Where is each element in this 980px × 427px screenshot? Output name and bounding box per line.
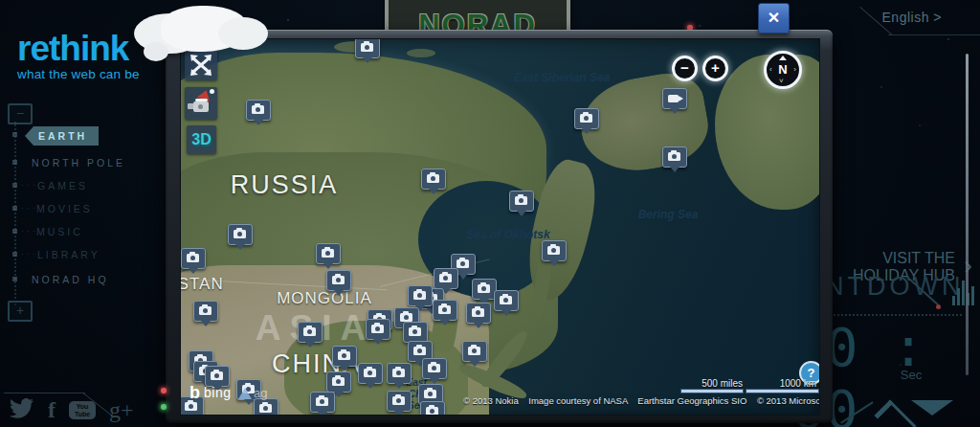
photo-marker[interactable]: [462, 341, 487, 362]
photo-marker[interactable]: [246, 100, 271, 121]
camera-icon: [478, 284, 490, 293]
photo-marker[interactable]: [326, 270, 351, 291]
photo-marker[interactable]: [387, 363, 412, 384]
sidebar-item-movies[interactable]: MOVIES: [36, 203, 93, 214]
photo-marker[interactable]: [355, 38, 380, 58]
compass-right-arrow[interactable]: ›: [793, 66, 796, 74]
camera-icon: [439, 274, 452, 282]
sidebar-bullet: [12, 206, 17, 211]
camera-icon: [668, 95, 679, 102]
photo-marker[interactable]: [509, 191, 534, 212]
photo-marker[interactable]: [408, 285, 433, 306]
snow-blob4: [144, 42, 168, 61]
zoom-out-button[interactable]: −: [672, 56, 698, 81]
camera-icon: [199, 306, 212, 315]
map-label: HSTAN: [180, 275, 224, 294]
page: rethink what the web can be NORAD Englis…: [0, 0, 980, 427]
camera-icon: [187, 254, 199, 262]
snow-specks: [287, 19, 289, 21]
sidebar-item-games[interactable]: GAMES: [37, 180, 88, 191]
camera-icon: [428, 364, 440, 372]
countdown-title: NTDOWN: [825, 272, 964, 302]
chevron-down-icon[interactable]: [911, 400, 953, 416]
photo-marker[interactable]: [662, 146, 687, 168]
map-fullscreen-button[interactable]: [185, 50, 217, 80]
camera-icon: [211, 371, 223, 380]
sidebar-expand-button[interactable]: +: [8, 301, 33, 322]
photo-marker[interactable]: [254, 398, 278, 416]
photo-marker[interactable]: [326, 371, 351, 393]
sidebar-item-library[interactable]: LIBRARY: [37, 249, 100, 260]
sidebar-bullet: [12, 160, 17, 165]
photo-marker[interactable]: [298, 322, 323, 343]
camera-icon: [371, 325, 384, 333]
photo-marker[interactable]: [205, 366, 230, 387]
photo-marker[interactable]: [466, 303, 491, 324]
compass-left-arrow[interactable]: ‹: [769, 66, 772, 74]
photo-marker[interactable]: [403, 322, 428, 343]
video-marker[interactable]: [662, 88, 687, 109]
zoom-in-button[interactable]: +: [702, 56, 728, 81]
santa-hat-pom: [210, 89, 214, 94]
photo-marker[interactable]: [542, 240, 567, 261]
camera-icon: [332, 377, 345, 386]
photo-marker[interactable]: [332, 346, 357, 367]
camera-icon: [332, 276, 345, 284]
sidebar-bullet: [12, 229, 17, 234]
compass-n-label: N: [778, 62, 787, 77]
scale-miles-label: 500 miles: [674, 378, 743, 389]
photo-marker[interactable]: [387, 391, 412, 412]
sidebar-item-music[interactable]: MUSIC: [36, 226, 83, 237]
sidebar-leader-dots: ···: [21, 249, 38, 258]
photo-marker[interactable]: [422, 358, 447, 379]
photo-marker[interactable]: [420, 401, 445, 416]
camera-icon: [413, 347, 426, 355]
camera-icon: [400, 313, 412, 322]
camera-icon: [252, 105, 264, 114]
sidebar-item-north-pole[interactable]: NORTH POLE: [32, 157, 125, 169]
scale-km-label: 1000 km: [747, 378, 816, 389]
twitter-icon[interactable]: [10, 398, 34, 422]
camera-icon: [438, 305, 451, 314]
language-underline: [888, 34, 980, 35]
close-map-button[interactable]: ✕: [758, 3, 790, 34]
scrollbar[interactable]: [966, 54, 969, 375]
santa-cam-button[interactable]: [185, 87, 217, 120]
brand-logo[interactable]: rethink what the web can be: [17, 34, 140, 81]
photo-marker[interactable]: [494, 290, 519, 311]
brand-name: rethink: [17, 34, 140, 63]
photo-marker[interactable]: [228, 224, 253, 245]
social-divider: [4, 393, 85, 393]
youtube-icon[interactable]: YouTube: [69, 401, 96, 419]
photo-marker[interactable]: [421, 169, 446, 190]
sidebar-item-earth[interactable]: EARTH: [25, 126, 99, 146]
photo-marker[interactable]: [181, 248, 206, 269]
google-plus-icon[interactable]: g+: [109, 399, 134, 421]
map-canvas[interactable]: RUSSIAHSTANMONGOLIAASIACHINAEast Siberia…: [180, 38, 820, 416]
photo-marker[interactable]: [316, 243, 341, 264]
photo-marker[interactable]: [193, 301, 218, 322]
photo-marker[interactable]: [310, 392, 335, 413]
photo-marker[interactable]: [434, 268, 458, 289]
scale-km-bar: [746, 389, 819, 393]
facebook-icon[interactable]: f: [48, 399, 56, 421]
compass-up-arrow[interactable]: [779, 56, 787, 60]
photo-marker[interactable]: [574, 108, 599, 129]
camera-icon: [409, 327, 421, 336]
photo-marker[interactable]: [358, 363, 383, 384]
photo-marker[interactable]: [433, 300, 457, 321]
camera-icon: [322, 249, 334, 258]
language-selector[interactable]: English >: [882, 10, 942, 25]
holiday-hub-line1: VISIT THE: [853, 250, 955, 267]
agi-logo[interactable]: ag: [238, 386, 267, 400]
photo-marker[interactable]: [366, 319, 390, 340]
sidebar-item-norad-hq[interactable]: NORAD HQ: [32, 274, 109, 285]
countdown-unit: Sec: [888, 368, 934, 382]
compass-control[interactable]: N ˅ ‹ ›: [764, 51, 802, 89]
camera-icon: [259, 404, 272, 413]
bing-logo[interactable]: b bing: [189, 385, 231, 400]
compass-down-arrow[interactable]: ˅: [779, 78, 784, 85]
map-3d-button[interactable]: 3D: [187, 125, 216, 154]
land-arctic-island2: [407, 49, 435, 57]
sidebar-collapse-button[interactable]: −: [8, 103, 33, 124]
